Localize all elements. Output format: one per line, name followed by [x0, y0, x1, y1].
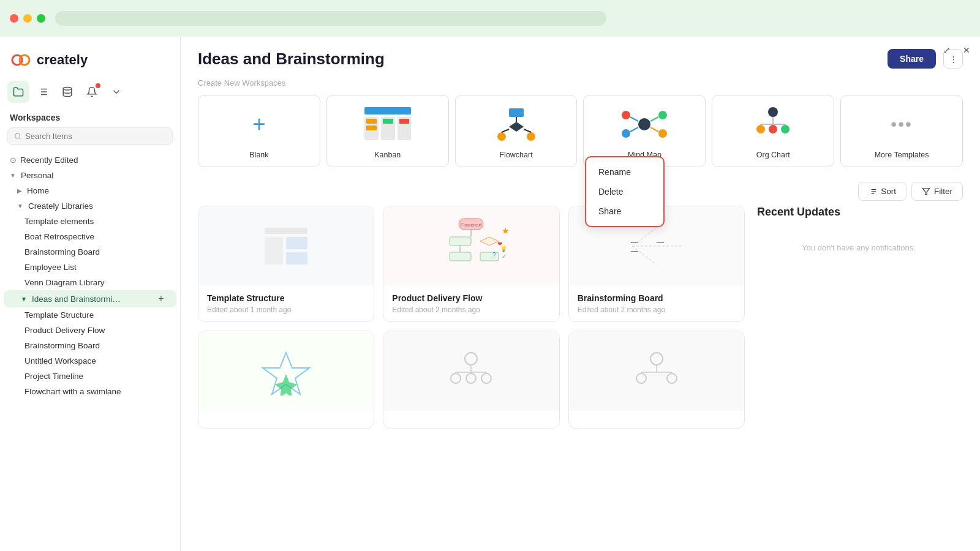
- svg-line-31: [630, 117, 638, 121]
- clock-icon: ⊙: [10, 156, 17, 165]
- sidebar-item-brainstorming-lib[interactable]: Brainstorming Board: [0, 244, 180, 260]
- docs-and-recent-area: Template Structure Edited about 1 month …: [181, 206, 980, 438]
- sidebar-item-boat-retrospective[interactable]: Boat Retrospective: [0, 229, 180, 244]
- sidebar-item-venn-diagram[interactable]: Venn Diagram Library: [0, 275, 180, 290]
- svg-point-28: [622, 129, 630, 138]
- sidebar-item-creately-libraries[interactable]: ▼ Creately Libraries: [0, 198, 180, 214]
- search-box[interactable]: [7, 127, 173, 145]
- svg-text:💡: 💡: [500, 245, 508, 253]
- template-orgchart-label: Org Chart: [756, 151, 790, 159]
- creately-logo-icon: [10, 49, 32, 71]
- template-mindmap-icon-area: [591, 103, 698, 146]
- svg-point-39: [769, 125, 777, 133]
- arrow-right-icon: ▶: [17, 187, 22, 194]
- sidebar-item-label: Template elements: [24, 217, 94, 226]
- more-dots-icon: •••: [891, 114, 912, 134]
- template-flowchart-label: Flowchart: [499, 151, 532, 159]
- svg-line-10: [19, 138, 20, 139]
- nav-chevron-button[interactable]: [105, 81, 127, 103]
- sidebar-item-recently-edited[interactable]: ⊙ Recently Edited: [0, 152, 180, 168]
- plus-icon: +: [252, 111, 265, 137]
- sort-button[interactable]: Sort: [858, 182, 907, 201]
- doc-card-4[interactable]: [198, 331, 374, 429]
- sidebar-item-home[interactable]: ▶ Home: [0, 183, 180, 198]
- expand-button[interactable]: ⤢: [940, 43, 954, 58]
- svg-rect-19: [509, 108, 524, 117]
- main-content: ⤢ ✕ Ideas and Brainstorming Share ⋮ Rena…: [181, 37, 980, 551]
- svg-rect-54: [450, 237, 471, 246]
- svg-text:?: ?: [492, 252, 496, 258]
- recent-updates-title: Recent Updates: [755, 206, 963, 219]
- template-kanban[interactable]: Kanban: [326, 95, 449, 167]
- svg-point-78: [481, 373, 491, 383]
- workspaces-label: Workspaces: [0, 110, 180, 127]
- template-orgchart[interactable]: Org Chart: [712, 95, 834, 167]
- orgchart-preview-icon: [748, 106, 797, 143]
- maximize-dot[interactable]: [37, 14, 45, 23]
- svg-line-34: [650, 127, 658, 132]
- template-orgchart-icon-area: [720, 103, 826, 146]
- doc-card-template-structure[interactable]: Template Structure Edited about 1 month …: [198, 206, 374, 322]
- svg-point-38: [756, 125, 765, 133]
- search-input[interactable]: [25, 132, 166, 141]
- search-icon: [14, 132, 21, 140]
- doc4-preview-icon: [255, 347, 317, 395]
- nav-bell-button[interactable]: [81, 81, 103, 103]
- svg-line-32: [630, 127, 638, 132]
- doc-title: Brainstorming Board: [578, 293, 736, 303]
- notification-badge: [96, 83, 100, 88]
- sidebar-item-employee-list[interactable]: Employee List: [0, 260, 180, 275]
- sidebar-item-brainstorming-board[interactable]: Brainstorming Board: [0, 338, 180, 353]
- rename-menu-item[interactable]: Rename: [586, 162, 663, 182]
- doc-date: Edited about 2 months ago: [578, 305, 736, 314]
- svg-marker-47: [922, 188, 930, 195]
- delete-menu-item[interactable]: Delete: [586, 182, 663, 201]
- filter-button[interactable]: Filter: [911, 182, 963, 201]
- doc-info-4: [198, 411, 374, 428]
- add-workspace-button[interactable]: +: [156, 293, 167, 304]
- templates-section-label: Create New Workspaces: [198, 78, 963, 88]
- doc6-preview-icon: [626, 347, 687, 395]
- svg-rect-16: [366, 126, 377, 130]
- sidebar-item-ideas-brainstorming[interactable]: ▼ Ideas and Brainstormi… +: [4, 290, 176, 307]
- svg-point-9: [15, 133, 20, 138]
- doc-card-6[interactable]: [568, 331, 745, 429]
- template-flowchart-icon-area: [463, 103, 570, 146]
- sidebar-item-product-delivery[interactable]: Product Delivery Flow: [0, 323, 180, 338]
- close-dot[interactable]: [10, 14, 18, 23]
- sidebar-item-untitled-workspace[interactable]: Untitled Workspace: [0, 353, 180, 369]
- templates-grid: + Blank: [198, 95, 963, 167]
- sidebar-item-label: Untitled Workspace: [24, 356, 96, 365]
- svg-marker-72: [275, 374, 297, 395]
- doc-card-product-delivery[interactable]: Flowchart ★ ❤ ? ✓ 💡: [383, 206, 559, 322]
- sidebar-item-template-structure[interactable]: Template Structure: [0, 307, 180, 323]
- svg-point-73: [465, 353, 477, 365]
- arrow-down-icon: ▼: [17, 203, 23, 209]
- minimize-dot[interactable]: [23, 14, 32, 23]
- sidebar-item-flowchart-swimlane[interactable]: Flowchart with a swimlane: [0, 384, 180, 399]
- window-controls: ⤢ ✕: [940, 43, 974, 58]
- sidebar-item-personal[interactable]: ▼ Personal: [0, 168, 180, 183]
- main-header: Ideas and Brainstorming Share ⋮: [181, 37, 980, 78]
- nav-folder-button[interactable]: [7, 81, 29, 103]
- close-button[interactable]: ✕: [959, 43, 974, 58]
- template-more-label: More Templates: [875, 151, 929, 159]
- nav-list-button[interactable]: [32, 81, 54, 103]
- titlebar-bar: [55, 11, 606, 26]
- svg-text:—: —: [631, 247, 638, 255]
- sidebar-item-project-timeline[interactable]: Project Timeline: [0, 369, 180, 384]
- doc5-preview-icon: [440, 347, 502, 395]
- share-button[interactable]: Share: [888, 49, 936, 69]
- sidebar-item-template-elements[interactable]: Template elements: [0, 214, 180, 229]
- svg-rect-56: [450, 252, 471, 261]
- svg-text:Flowchart: Flowchart: [461, 222, 482, 228]
- doc-info-template-structure: Template Structure Edited about 1 month …: [198, 286, 374, 321]
- nav-database-button[interactable]: [56, 81, 78, 103]
- app-container: creately Workspaces: [0, 37, 980, 551]
- template-blank[interactable]: + Blank: [198, 95, 320, 167]
- template-flowchart[interactable]: Flowchart: [455, 95, 578, 167]
- share-menu-item[interactable]: Share: [586, 201, 663, 221]
- doc-card-5[interactable]: [383, 331, 559, 429]
- template-more[interactable]: ••• More Templates: [840, 95, 963, 167]
- sidebar-nav: [0, 78, 180, 110]
